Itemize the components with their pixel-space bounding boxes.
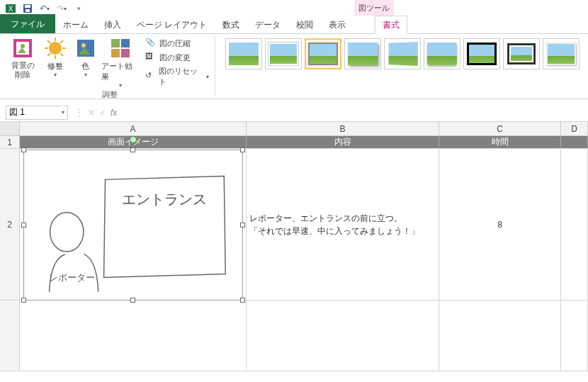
svg-rect-21 — [111, 49, 120, 57]
resize-handle[interactable] — [130, 147, 135, 152]
row-header-1[interactable]: 1 — [0, 136, 20, 148]
worksheet-grid[interactable]: A B C D 1 画面イメージ 内容 時間 2 レポーター、エントランスの前に… — [0, 122, 588, 371]
resize-handle[interactable] — [21, 147, 26, 152]
cell-d1[interactable] — [561, 136, 588, 148]
tab-view[interactable]: 表示 — [321, 16, 354, 33]
style-item-7[interactable] — [463, 38, 500, 69]
row-header-2[interactable]: 2 — [0, 149, 20, 300]
compress-pictures-button[interactable]: 📎図の圧縮 — [144, 37, 210, 50]
enter-icon[interactable]: ✓ — [99, 108, 106, 118]
tab-format[interactable]: 書式 — [375, 16, 407, 34]
resize-handle[interactable] — [240, 223, 245, 227]
color-button[interactable]: 色▾ — [74, 35, 98, 78]
formula-bar: 図 1 ▾ ⋮ ✕ ✓ fx — [0, 103, 588, 122]
col-header-b[interactable]: B — [247, 122, 439, 135]
svg-line-16 — [60, 40, 63, 43]
resize-handle[interactable] — [130, 298, 135, 303]
svg-rect-4 — [26, 9, 30, 12]
svg-line-13 — [47, 40, 50, 43]
rotate-handle[interactable] — [130, 136, 137, 143]
corrections-button[interactable]: 修整▾ — [41, 35, 69, 78]
remove-background-button[interactable]: 背景の 削除 — [9, 35, 37, 79]
resize-handle[interactable] — [240, 298, 245, 303]
quick-access-toolbar: X ↶▾ ↷▾ ▾ — [0, 0, 588, 17]
qat-customize-icon[interactable]: ▾ — [71, 1, 86, 16]
style-item-3[interactable] — [305, 38, 341, 69]
col-header-c[interactable]: C — [439, 122, 561, 135]
style-item-2[interactable] — [265, 38, 302, 69]
row-header-3[interactable] — [0, 300, 20, 371]
svg-rect-19 — [111, 39, 120, 47]
sketch-sign-text: エントランス — [122, 191, 207, 207]
style-item-5[interactable] — [384, 38, 421, 69]
tab-file[interactable]: ファイル — [0, 14, 55, 33]
svg-point-18 — [81, 43, 86, 47]
change-picture-button[interactable]: 🖼図の変更 — [144, 51, 210, 64]
resize-handle[interactable] — [21, 223, 26, 227]
cell-b1[interactable]: 内容 — [247, 136, 439, 148]
sketch-drawing: エントランス レポーター — [28, 155, 238, 296]
tab-insert[interactable]: 挿入 — [96, 16, 129, 33]
svg-rect-3 — [25, 5, 30, 8]
svg-line-15 — [47, 53, 50, 56]
tab-home[interactable]: ホーム — [55, 16, 96, 33]
group-adjust: 背景の 削除 修整▾ 色▾ アート効果▾ 📎図の圧縮 🖼図の変更 — [4, 35, 215, 96]
tab-review[interactable]: 校閲 — [288, 16, 321, 33]
table-row: 1 画面イメージ 内容 時間 — [0, 136, 588, 149]
select-all-corner[interactable] — [0, 122, 20, 135]
svg-point-23 — [50, 213, 84, 252]
ribbon: 背景の 削除 修整▾ 色▾ アート効果▾ 📎図の圧縮 🖼図の変更 — [0, 34, 588, 99]
cell-b2[interactable]: レポーター、エントランスの前に立つ。 「それでは早速、中に入ってみましょう！」 — [247, 149, 439, 300]
svg-point-8 — [49, 42, 62, 55]
style-item-6[interactable] — [424, 38, 460, 69]
style-item-1[interactable] — [225, 38, 262, 69]
cell-c1[interactable]: 時間 — [439, 136, 561, 148]
picture-styles-gallery[interactable] — [220, 35, 579, 69]
contextual-tab-group: 図ツール — [354, 0, 394, 16]
name-box[interactable]: 図 1 ▾ — [6, 106, 68, 120]
cancel-icon[interactable]: ✕ — [88, 108, 95, 118]
tab-formulas[interactable]: 数式 — [215, 16, 247, 33]
tab-data[interactable]: データ — [247, 16, 288, 33]
group-label-adjust: 調整 — [102, 89, 118, 101]
resize-handle[interactable] — [21, 298, 26, 303]
svg-point-7 — [21, 44, 25, 48]
style-item-4[interactable] — [344, 38, 381, 69]
svg-line-14 — [60, 53, 63, 56]
dropdown-icon[interactable]: ⋮ — [75, 108, 84, 118]
style-item-8[interactable] — [503, 38, 540, 69]
sketch-person-label: レポーター — [49, 272, 95, 283]
col-header-d[interactable]: D — [561, 122, 588, 135]
svg-rect-20 — [121, 39, 130, 47]
svg-rect-22 — [121, 49, 130, 57]
redo-icon[interactable]: ↷▾ — [54, 1, 69, 16]
fx-icon[interactable]: fx — [111, 108, 117, 118]
cell-d2[interactable] — [561, 149, 588, 300]
col-header-a[interactable]: A — [20, 122, 247, 135]
selected-picture[interactable]: エントランス レポーター — [23, 150, 243, 300]
ribbon-tabs: ファイル ホーム 挿入 ページ レイアウト 数式 データ 校閲 表示 書式 — [0, 17, 588, 34]
tab-page-layout[interactable]: ページ レイアウト — [129, 16, 215, 33]
table-row — [0, 300, 588, 371]
column-headers: A B C D — [0, 122, 588, 136]
svg-text:X: X — [9, 5, 13, 13]
resize-handle[interactable] — [240, 147, 245, 152]
style-item-9[interactable] — [543, 38, 579, 69]
chevron-down-icon[interactable]: ▾ — [62, 109, 64, 116]
reset-picture-button[interactable]: ↺図のリセット ▾ — [144, 65, 210, 88]
cell-c2[interactable]: 8 — [439, 149, 561, 300]
artistic-effects-button[interactable]: アート効果▾ — [101, 35, 140, 89]
